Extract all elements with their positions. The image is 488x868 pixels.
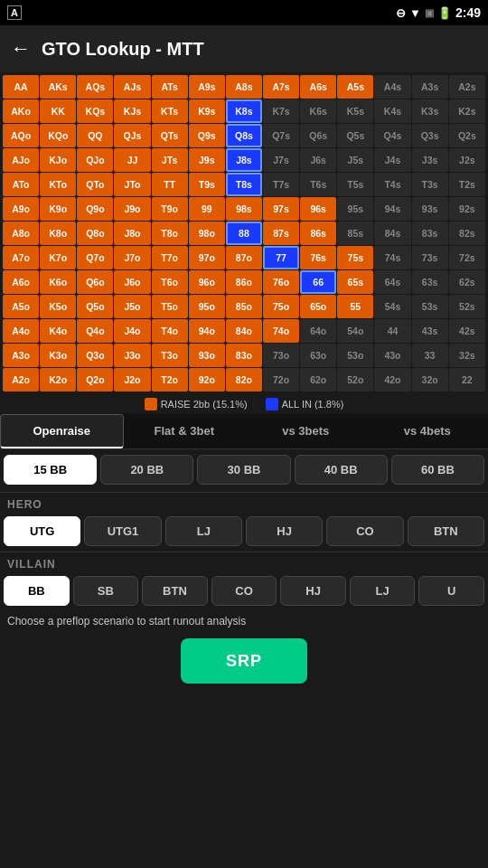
grid-cell[interactable]: 54s bbox=[374, 295, 410, 318]
grid-cell[interactable]: K7s bbox=[263, 99, 299, 123]
grid-cell[interactable]: J7s bbox=[263, 148, 299, 172]
grid-cell[interactable]: Q2s bbox=[449, 124, 485, 147]
villain-pos-u[interactable]: U bbox=[418, 576, 484, 606]
grid-cell[interactable]: 98s bbox=[226, 197, 262, 221]
tab-openraise[interactable]: Openraise bbox=[0, 414, 124, 448]
grid-cell[interactable]: 84o bbox=[226, 319, 262, 343]
grid-cell[interactable]: 32s bbox=[449, 344, 485, 367]
grid-cell[interactable]: K2s bbox=[449, 99, 485, 123]
grid-cell[interactable]: KJs bbox=[114, 99, 150, 123]
grid-cell[interactable]: KQo bbox=[40, 124, 76, 147]
grid-cell[interactable]: 93s bbox=[412, 197, 448, 221]
grid-cell[interactable]: T9o bbox=[152, 197, 188, 221]
grid-cell[interactable]: 92s bbox=[449, 197, 485, 221]
grid-cell[interactable]: K5o bbox=[40, 295, 76, 318]
grid-cell[interactable]: AJo bbox=[3, 148, 39, 172]
grid-cell[interactable]: A8o bbox=[3, 222, 39, 245]
grid-cell[interactable]: 94o bbox=[189, 319, 225, 343]
grid-cell[interactable]: T9s bbox=[189, 173, 225, 196]
villain-pos-btn[interactable]: BTN bbox=[142, 576, 208, 606]
grid-cell[interactable]: 95s bbox=[337, 197, 373, 221]
grid-cell[interactable]: 43s bbox=[412, 319, 448, 343]
grid-cell[interactable]: 53o bbox=[337, 344, 373, 367]
grid-cell[interactable]: 66 bbox=[300, 270, 336, 294]
grid-cell[interactable]: K8s bbox=[226, 99, 262, 123]
grid-cell[interactable]: KJo bbox=[40, 148, 76, 172]
grid-cell[interactable]: A4s bbox=[374, 75, 410, 99]
villain-pos-hj[interactable]: HJ bbox=[280, 576, 346, 606]
grid-cell[interactable]: K9o bbox=[40, 197, 76, 221]
grid-cell[interactable]: 72o bbox=[263, 368, 299, 392]
grid-cell[interactable]: A5s bbox=[337, 75, 373, 99]
grid-cell[interactable]: JJ bbox=[114, 148, 150, 172]
grid-cell[interactable]: ATo bbox=[3, 173, 39, 196]
grid-cell[interactable]: Q8s bbox=[226, 124, 262, 147]
grid-cell[interactable]: 72s bbox=[449, 246, 485, 269]
grid-cell[interactable]: 74s bbox=[374, 246, 410, 269]
grid-cell[interactable]: A5o bbox=[3, 295, 39, 318]
grid-cell[interactable]: K9s bbox=[189, 99, 225, 123]
grid-cell[interactable]: KTs bbox=[152, 99, 188, 123]
grid-cell[interactable]: TT bbox=[152, 173, 188, 196]
grid-cell[interactable]: 52s bbox=[449, 295, 485, 318]
hero-pos-hj[interactable]: HJ bbox=[246, 516, 323, 546]
grid-cell[interactable]: 96s bbox=[300, 197, 336, 221]
grid-cell[interactable]: T4o bbox=[152, 319, 188, 343]
grid-cell[interactable]: Q7s bbox=[263, 124, 299, 147]
grid-cell[interactable]: 87o bbox=[226, 246, 262, 269]
villain-pos-sb[interactable]: SB bbox=[73, 576, 139, 606]
grid-cell[interactable]: Q4o bbox=[77, 319, 113, 343]
grid-cell[interactable]: A9o bbox=[3, 197, 39, 221]
tab-flat-&-3bet[interactable]: Flat & 3bet bbox=[124, 414, 246, 448]
grid-cell[interactable]: K3o bbox=[40, 344, 76, 367]
grid-cell[interactable]: AKo bbox=[3, 99, 39, 123]
grid-cell[interactable]: A7o bbox=[3, 246, 39, 269]
grid-cell[interactable]: K3s bbox=[412, 99, 448, 123]
grid-cell[interactable]: QJo bbox=[77, 148, 113, 172]
grid-cell[interactable]: 76o bbox=[263, 270, 299, 294]
grid-cell[interactable]: J5o bbox=[114, 295, 150, 318]
grid-cell[interactable]: J4o bbox=[114, 319, 150, 343]
bb-option-40bb[interactable]: 40 BB bbox=[295, 455, 388, 485]
grid-cell[interactable]: AA bbox=[3, 75, 39, 99]
grid-cell[interactable]: J8o bbox=[114, 222, 150, 245]
villain-pos-bb[interactable]: BB bbox=[4, 576, 70, 606]
grid-cell[interactable]: Q9s bbox=[189, 124, 225, 147]
bb-option-60bb[interactable]: 60 BB bbox=[391, 455, 484, 485]
grid-cell[interactable]: K2o bbox=[40, 368, 76, 392]
grid-cell[interactable]: 82s bbox=[449, 222, 485, 245]
hero-pos-utg[interactable]: UTG bbox=[4, 516, 80, 546]
grid-cell[interactable]: 83o bbox=[226, 344, 262, 367]
grid-cell[interactable]: 99 bbox=[189, 197, 225, 221]
grid-cell[interactable]: 98o bbox=[189, 222, 225, 245]
grid-cell[interactable]: 83s bbox=[412, 222, 448, 245]
grid-cell[interactable]: QTo bbox=[77, 173, 113, 196]
grid-cell[interactable]: Q6o bbox=[77, 270, 113, 294]
grid-cell[interactable]: Q4s bbox=[374, 124, 410, 147]
grid-cell[interactable]: 32o bbox=[412, 368, 448, 392]
grid-cell[interactable]: AKs bbox=[40, 75, 76, 99]
grid-cell[interactable]: T2o bbox=[152, 368, 188, 392]
hero-pos-utg1[interactable]: UTG1 bbox=[84, 516, 161, 546]
grid-cell[interactable]: Q2o bbox=[77, 368, 113, 392]
grid-cell[interactable]: 97o bbox=[189, 246, 225, 269]
grid-cell[interactable]: 54o bbox=[337, 319, 373, 343]
grid-cell[interactable]: 42s bbox=[449, 319, 485, 343]
hero-pos-co[interactable]: CO bbox=[326, 516, 403, 546]
grid-cell[interactable]: 62o bbox=[300, 368, 336, 392]
grid-cell[interactable]: 88 bbox=[226, 222, 262, 245]
grid-cell[interactable]: J6o bbox=[114, 270, 150, 294]
grid-cell[interactable]: KK bbox=[40, 99, 76, 123]
tab-vs-4bets[interactable]: vs 4bets bbox=[367, 414, 489, 448]
grid-cell[interactable]: QJs bbox=[114, 124, 150, 147]
grid-cell[interactable]: T3s bbox=[412, 173, 448, 196]
grid-cell[interactable]: 43o bbox=[374, 344, 410, 367]
hero-pos-lj[interactable]: LJ bbox=[165, 516, 242, 546]
grid-cell[interactable]: Q7o bbox=[77, 246, 113, 269]
grid-cell[interactable]: K8o bbox=[40, 222, 76, 245]
villain-pos-lj[interactable]: LJ bbox=[350, 576, 416, 606]
grid-cell[interactable]: A3o bbox=[3, 344, 39, 367]
grid-cell[interactable]: ATs bbox=[152, 75, 188, 99]
grid-cell[interactable]: 86o bbox=[226, 270, 262, 294]
grid-cell[interactable]: 85o bbox=[226, 295, 262, 318]
